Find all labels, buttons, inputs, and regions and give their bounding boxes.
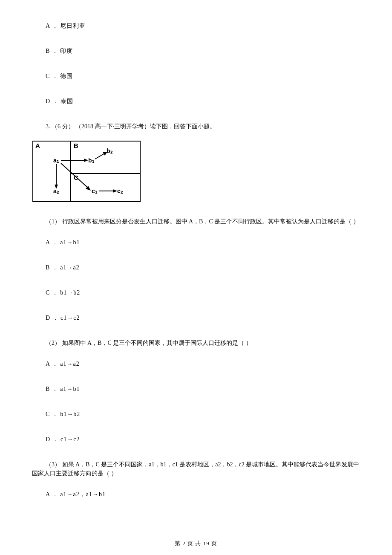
option-b-top[interactable]: B ． 印度 [46,46,360,55]
question-3-sub3: （3） 如果 A，B，C 是三个不同国家，a1，b1，c1 是农村地区，a2，b… [32,460,360,478]
svg-text:b₁: b₁ [88,157,95,164]
q3-sub2-option-c[interactable]: C ． b1→b2 [46,410,360,419]
option-a-top[interactable]: A ． 尼日利亚 [46,21,360,30]
svg-line-18 [61,163,89,189]
svg-rect-0 [33,141,140,202]
q3-sub1-option-a[interactable]: A ． a1→b1 [46,238,360,247]
q3-sub3-option-a[interactable]: A ． a1→a2，a1→b1 [46,490,360,499]
svg-text:c₁: c₁ [92,188,98,194]
svg-text:a₁: a₁ [53,157,59,164]
svg-line-16 [95,153,105,159]
q3-sub1-option-d[interactable]: D ． c1→c2 [46,313,360,322]
q3-sub2-option-a[interactable]: A ． a1→a2 [46,359,360,368]
svg-marker-21 [113,189,117,193]
svg-text:A: A [35,142,40,149]
page-footer: 第 2 页 共 19 页 [0,539,392,548]
question-3-sub1: （1） 行政区界常被用来区分是否发生人口迁移。图中 A，B，C 是三个不同行政区… [32,217,360,226]
q3-sub2-option-d[interactable]: D ． c1→c2 [46,435,360,444]
svg-text:c₂: c₂ [117,188,123,194]
svg-marker-15 [84,159,88,162]
q3-sub2-option-b[interactable]: B ． a1→b1 [46,384,360,393]
q3-sub1-option-c[interactable]: C ． b1→b2 [46,288,360,297]
question-3-sub2: （2） 如果图中 A，B，C 是三个不同的国家，其中属于国际人口迁移的是（ ） [46,338,360,347]
option-d-top[interactable]: D ． 泰国 [46,97,360,106]
q3-sub1-option-b[interactable]: B ． a1→a2 [46,263,360,272]
svg-text:B: B [74,142,78,149]
svg-text:b₂: b₂ [107,147,113,154]
option-c-top[interactable]: C ． 德国 [46,72,360,81]
diagram-q3: A B C a₁ a₂ b₁ b₂ c₁ c₂ [32,140,360,205]
question-3-stem: 3. （6 分） （2018 高一下·三明开学考）读下图，回答下面小题。 [46,122,360,131]
